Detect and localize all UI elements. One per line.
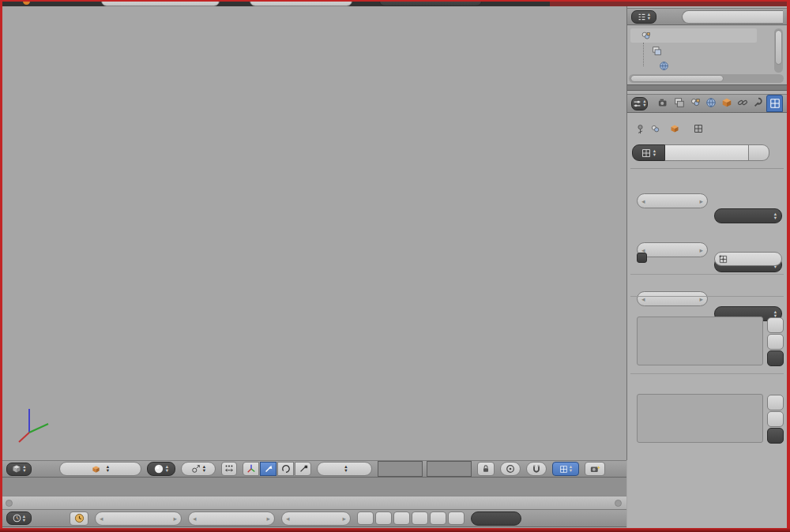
outliner-list-icon xyxy=(638,13,646,21)
object-mode-cube-icon xyxy=(92,465,100,474)
shading-arrows-icon xyxy=(166,465,168,473)
scale-manipulator-button[interactable] xyxy=(295,462,311,476)
vertex-group-specials-menu[interactable] xyxy=(767,350,784,366)
play-reverse-button[interactable] xyxy=(393,511,410,525)
prev-keyframe-button[interactable] xyxy=(375,511,392,525)
scrollbar-left-handle[interactable] xyxy=(6,500,13,507)
vertex-group-add-button[interactable] xyxy=(767,317,784,333)
outliner-vscrollbar-handle[interactable] xyxy=(775,30,782,65)
viewport-3d[interactable] xyxy=(2,6,627,460)
tab-render[interactable] xyxy=(656,95,671,111)
center-points-icon xyxy=(224,464,234,474)
outliner-row-scene[interactable] xyxy=(630,28,757,43)
proportional-circle-icon xyxy=(506,464,515,474)
lock-icon xyxy=(481,464,491,474)
manipulator-toggle-button[interactable] xyxy=(243,462,259,476)
editor-switch-arrows-icon xyxy=(23,515,25,523)
shape-key-remove-button[interactable] xyxy=(767,411,784,427)
tab-object-data-active[interactable] xyxy=(766,95,783,112)
translate-manipulator-button[interactable] xyxy=(260,462,276,476)
constraints-tab-icon xyxy=(737,97,748,108)
current-frame-field[interactable] xyxy=(281,511,351,526)
outliner-row-world[interactable] xyxy=(648,58,787,73)
mode-arrows-icon xyxy=(107,465,109,473)
outliner-hscrollbar-track[interactable] xyxy=(629,74,784,83)
scene-crumb-icon[interactable] xyxy=(650,124,660,134)
lattice-u-stepper[interactable] xyxy=(637,193,708,208)
editor-switch-arrows-icon xyxy=(23,465,25,473)
use-preview-range-button[interactable] xyxy=(70,511,88,526)
window-border-bottom xyxy=(0,528,790,532)
manipulate-centers-button[interactable] xyxy=(221,462,237,476)
panel-separator xyxy=(630,373,784,374)
tab-scene[interactable] xyxy=(687,95,702,111)
jump-to-end-button[interactable] xyxy=(448,511,465,525)
vertex-group-remove-button[interactable] xyxy=(767,334,784,350)
outside-option xyxy=(637,253,653,263)
rotate-manipulator-button[interactable] xyxy=(277,462,294,476)
tree-connector-line xyxy=(643,43,645,66)
tab-object[interactable] xyxy=(719,95,734,111)
mode-dropdown[interactable] xyxy=(59,462,141,476)
fake-user-button[interactable] xyxy=(749,144,769,161)
shape-key-specials-menu[interactable] xyxy=(767,428,784,444)
viewport-shading-dropdown[interactable] xyxy=(147,462,175,476)
editor-type-3dview-button[interactable] xyxy=(6,463,32,476)
clock-editor-icon xyxy=(13,514,21,523)
lattice-u-interp-dropdown[interactable] xyxy=(714,208,782,223)
outliner-vscrollbar-track[interactable] xyxy=(774,28,783,73)
editor-type-properties-button[interactable] xyxy=(631,97,648,111)
proportional-edit-dropdown[interactable] xyxy=(500,462,521,476)
editor-type-outliner-button[interactable] xyxy=(631,10,656,24)
panel-separator xyxy=(630,274,784,275)
frame-start-stepper[interactable] xyxy=(95,511,182,526)
lock-to-scene-button[interactable] xyxy=(477,462,495,476)
lattice-crumb-icon[interactable] xyxy=(694,124,703,133)
scene-icon xyxy=(641,31,651,41)
sync-mode-dropdown[interactable] xyxy=(471,511,521,526)
snap-dropdown[interactable] xyxy=(526,462,547,476)
lattice-id-dropdown[interactable] xyxy=(632,144,665,161)
next-keyframe-button[interactable] xyxy=(430,511,446,525)
vertex-groups-list[interactable] xyxy=(637,317,763,365)
snap-increment-icon xyxy=(559,465,568,474)
shape-key-add-button[interactable] xyxy=(767,395,784,410)
pivot-icon xyxy=(191,464,201,474)
opengl-render-button[interactable] xyxy=(585,462,605,476)
snap-element-button[interactable] xyxy=(552,462,579,476)
id-arrows-icon xyxy=(653,149,656,157)
outliner-header xyxy=(627,8,787,25)
timeline-canvas[interactable] xyxy=(2,478,626,496)
tab-world[interactable] xyxy=(703,95,718,111)
outliner-row-renderlayers[interactable] xyxy=(648,43,782,58)
pivot-arrows-icon xyxy=(203,465,205,473)
object-crumb-icon[interactable] xyxy=(670,124,679,133)
lattice-data-tab-icon xyxy=(769,98,781,109)
editor-type-timeline-button[interactable] xyxy=(6,511,32,525)
outside-checkbox[interactable] xyxy=(637,253,647,263)
timeline-scrollbar[interactable] xyxy=(2,496,626,509)
outliner-hscrollbar-handle[interactable] xyxy=(630,75,724,82)
jump-to-start-button[interactable] xyxy=(357,511,374,525)
vertex-group-filter-field[interactable] xyxy=(714,252,782,266)
scrollbar-right-handle[interactable] xyxy=(615,500,622,507)
tab-constraints[interactable] xyxy=(735,95,750,111)
pivot-point-dropdown[interactable] xyxy=(181,462,216,476)
manipulator-buttons xyxy=(243,462,311,476)
area-divider[interactable] xyxy=(627,84,787,91)
lattice-w-stepper[interactable] xyxy=(637,291,708,306)
scenes-filter-dropdown[interactable] xyxy=(682,10,783,24)
datablock-name-field[interactable] xyxy=(665,144,749,161)
tab-render-layers[interactable] xyxy=(672,95,687,111)
frame-end-stepper[interactable] xyxy=(188,511,275,526)
orientation-dropdown[interactable] xyxy=(317,462,372,476)
shape-keys-list[interactable] xyxy=(637,394,763,443)
pin-icon[interactable] xyxy=(635,124,645,134)
axis-triad-icon xyxy=(246,464,256,474)
tab-modifiers[interactable] xyxy=(750,95,766,111)
play-button[interactable] xyxy=(412,511,428,525)
panel-separator xyxy=(630,296,784,297)
magnet-icon xyxy=(532,464,541,474)
editor-switch-arrows-icon xyxy=(648,13,650,21)
properties-editor xyxy=(627,91,787,528)
